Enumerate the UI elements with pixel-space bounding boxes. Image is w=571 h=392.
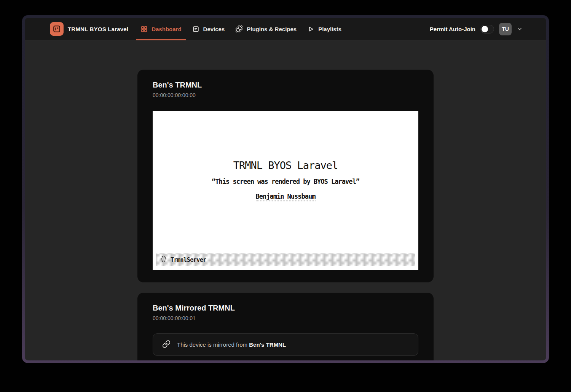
nav-tab-label: Playlists (318, 26, 341, 32)
app-window: TRMNL BYOS Laravel Dashboard (22, 15, 549, 363)
nav-tab-devices[interactable]: Devices (188, 18, 230, 40)
device-screen-preview: TRMNL BYOS Laravel “This screen was rend… (153, 111, 418, 270)
mirror-notice-prefix: This device is mirrored from (177, 341, 249, 348)
play-icon (307, 25, 314, 33)
dashboard-grid-icon (140, 25, 148, 33)
link-icon (162, 340, 171, 350)
top-navbar: TRMNL BYOS Laravel Dashboard (25, 18, 546, 40)
puzzle-icon (235, 25, 243, 33)
nav-tab-label: Plugins & Recipes (247, 26, 297, 32)
screen-footer-bar: TrmnlServer (156, 253, 415, 266)
nav-tab-label: Dashboard (152, 26, 181, 32)
device-card-bens-mirrored-trmnl: Ben's Mirrored TRMNL 00:00:00:00:00:01 T… (137, 293, 434, 360)
permit-auto-join-label: Permit Auto-Join (430, 26, 475, 32)
mirror-notice: This device is mirrored from Ben's TRMNL (153, 333, 418, 356)
devices-icon (192, 25, 199, 33)
device-mac-address: 00:00:00:00:00:01 (153, 315, 418, 321)
mirror-source-device: Ben's TRMNL (249, 341, 286, 348)
screen-title: TRMNL BYOS Laravel (233, 159, 338, 171)
navbar-right: Permit Auto-Join TU (430, 18, 523, 40)
screen-quote: “This screen was rendered by BYOS Larave… (212, 178, 359, 185)
device-name: Ben's Mirrored TRMNL (153, 303, 418, 313)
permit-auto-join-toggle[interactable] (480, 25, 494, 33)
nav-tabs: Dashboard Devices (136, 18, 346, 40)
spinner-icon (160, 255, 167, 264)
trmnl-logo-icon (50, 22, 64, 36)
app-title: TRMNL BYOS Laravel (68, 26, 128, 32)
dashboard-content: Ben's TRMNL 00:00:00:00:00:00 TRMNL BYOS… (25, 40, 546, 360)
nav-tab-label: Devices (203, 26, 225, 32)
toggle-knob (482, 26, 488, 32)
nav-tab-playlists[interactable]: Playlists (303, 18, 346, 40)
divider (153, 327, 418, 327)
app-window-content: TRMNL BYOS Laravel Dashboard (25, 18, 546, 360)
user-avatar[interactable]: TU (499, 23, 512, 35)
divider (153, 104, 418, 104)
device-card-bens-trmnl: Ben's TRMNL 00:00:00:00:00:00 TRMNL BYOS… (137, 70, 434, 282)
device-mac-address: 00:00:00:00:00:00 (153, 92, 418, 98)
screen-footer-label: TrmnlServer (171, 257, 206, 263)
chevron-down-icon[interactable] (517, 26, 523, 32)
nav-tab-plugins-recipes[interactable]: Plugins & Recipes (231, 18, 301, 40)
mirror-notice-text: This device is mirrored from Ben's TRMNL (177, 341, 286, 348)
screen-author: Benjamin Nussbaum (256, 193, 316, 201)
brand: TRMNL BYOS Laravel (50, 18, 128, 40)
device-name: Ben's TRMNL (153, 80, 418, 90)
nav-tab-dashboard[interactable]: Dashboard (136, 18, 186, 40)
